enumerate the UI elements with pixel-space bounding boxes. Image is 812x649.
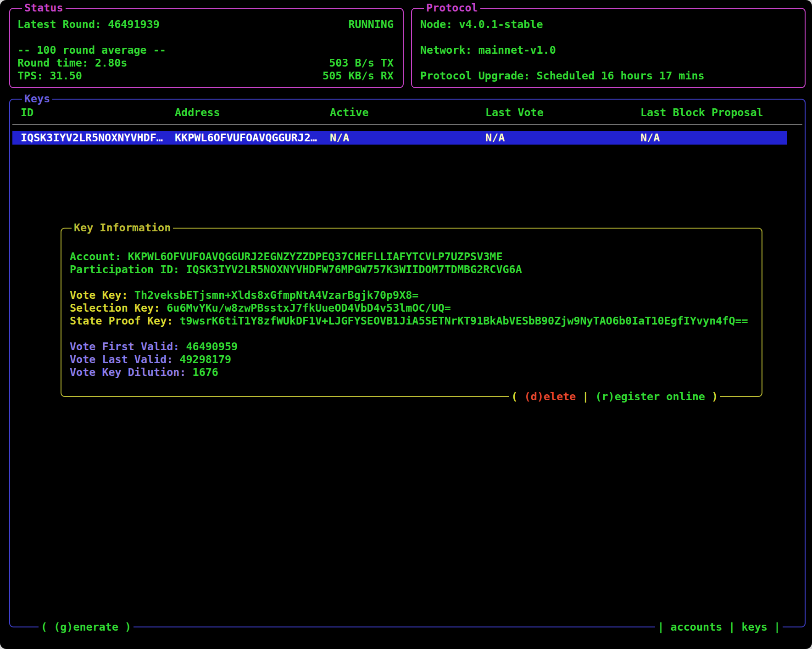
- state-proof-key-line: State Proof Key: t9wsrK6tiT1Y8zfWUkDF1V+…: [70, 314, 748, 327]
- vote-key-value: Th2veksbETjsmn+Xlds8xGfmpNtA4VzarBgjk70p…: [134, 289, 419, 302]
- protocol-panel: Protocol Node: v4.0.1-stable Network: ma…: [411, 8, 806, 88]
- round-time: Round time: 2.80s: [17, 56, 127, 69]
- vote-last-valid-label: Vote Last Valid:: [70, 353, 179, 366]
- account-value: KKPWL6OFVUFOAVQGGURJ2EGNZYZZDPEQ37CHEFLL…: [128, 250, 503, 263]
- vote-key-line: Vote Key: Th2veksbETjsmn+Xlds8xGfmpNtA4V…: [70, 289, 418, 302]
- row-id: IQSK3IYV2LR5NOXNYVHDF…: [21, 131, 163, 145]
- participation-id-value: IQSK3IYV2LR5NOXNYVHDFW76MPGW757K3WIIDOM7…: [186, 263, 522, 276]
- vote-first-valid-label: Vote First Valid:: [70, 340, 186, 353]
- protocol-panel-title: Protocol: [424, 1, 480, 14]
- round-time-value: 2.80s: [95, 56, 127, 69]
- account-line: Account: KKPWL6OFVUFOAVQGGURJ2EGNZYZZDPE…: [70, 250, 503, 263]
- tps: TPS: 31.50: [17, 69, 82, 82]
- table-row-selected[interactable]: IQSK3IYV2LR5NOXNYVHDF… KKPWL6OFVUFOAVQGG…: [12, 131, 787, 145]
- round-average-header: -- 100 round average --: [17, 44, 166, 56]
- vote-key-dilution-line: Vote Key Dilution: 1676: [70, 366, 218, 379]
- round-time-label: Round time:: [17, 56, 95, 69]
- key-information-panel: Key Information Account: KKPWL6OFVUFOAVQ…: [61, 228, 762, 397]
- tps-label: TPS:: [17, 69, 50, 82]
- column-header-address: Address: [175, 106, 220, 119]
- row-address: KKPWL6OFVUFOAVQGGURJ2…: [175, 131, 317, 145]
- vote-key-dilution-label: Vote Key Dilution:: [70, 366, 193, 379]
- vote-first-valid-line: Vote First Valid: 46490959: [70, 340, 238, 353]
- footer-nav: | accounts | keys |: [655, 621, 783, 633]
- status-badge: RUNNING: [348, 18, 394, 31]
- vote-key-label: Vote Key:: [70, 289, 134, 302]
- state-proof-key-label: State Proof Key:: [70, 314, 179, 327]
- column-header-last-vote: Last Vote: [485, 106, 544, 119]
- status-panel: Status Latest Round: 46491939 RUNNING --…: [9, 8, 404, 88]
- state-proof-key-value: t9wsrK6tiT1Y8zfWUkDF1V+LJGFYSEOVB1JiA5SE…: [179, 314, 748, 327]
- vote-last-valid-line: Vote Last Valid: 49298179: [70, 353, 231, 366]
- vote-key-dilution-value: 1676: [193, 366, 218, 379]
- status-panel-title: Status: [22, 1, 66, 14]
- key-actions: ( (d)elete | (r)egister online ): [509, 390, 720, 403]
- column-header-last-block-proposal: Last Block Proposal: [640, 106, 763, 119]
- vote-first-valid-value: 46490959: [186, 340, 238, 353]
- participation-id-label: Participation ID:: [70, 263, 186, 276]
- network-name: Network: mainnet-v1.0: [420, 44, 556, 56]
- rx-rate: 505 KB/s RX: [323, 69, 394, 82]
- row-last-block-proposal: N/A: [640, 131, 660, 145]
- key-actions-open-paren: (: [511, 390, 524, 403]
- key-actions-separator: |: [576, 390, 595, 403]
- tps-value: 31.50: [50, 69, 82, 82]
- key-actions-close-paren: ): [705, 390, 718, 403]
- header-separator: [12, 124, 802, 125]
- nav-accounts[interactable]: | accounts: [657, 621, 729, 633]
- key-information-title: Key Information: [72, 221, 173, 234]
- account-label: Account:: [70, 250, 128, 263]
- register-online-action[interactable]: (r)egister online: [595, 390, 705, 403]
- keys-panel-title: Keys: [22, 92, 52, 105]
- column-header-active: Active: [330, 106, 369, 119]
- latest-round-label: Latest Round:: [17, 18, 108, 31]
- keys-panel: Keys ID Address Active Last Vote Last Bl…: [9, 99, 806, 627]
- tx-rate: 503 B/s TX: [329, 56, 394, 69]
- latest-round: Latest Round: 46491939: [17, 18, 160, 31]
- selection-key-line: Selection Key: 6u6MvYKu/w8zwPBsstxJ7fkUu…: [70, 302, 451, 314]
- generate-action[interactable]: ( (g)enerate ): [39, 621, 133, 633]
- row-active: N/A: [330, 131, 349, 145]
- participation-id-line: Participation ID: IQSK3IYV2LR5NOXNYVHDFW…: [70, 263, 522, 276]
- row-last-vote: N/A: [485, 131, 505, 145]
- terminal-window: Status Latest Round: 46491939 RUNNING --…: [0, 0, 812, 649]
- vote-last-valid-value: 49298179: [179, 353, 231, 366]
- delete-action[interactable]: (d)elete: [524, 390, 576, 403]
- selection-key-value: 6u6MvYKu/w8zwPBsstxJ7fkUueOD4VbD4v53lmOC…: [167, 302, 451, 314]
- latest-round-value: 46491939: [108, 18, 160, 31]
- selection-key-label: Selection Key:: [70, 302, 167, 314]
- nav-keys[interactable]: | keys |: [729, 621, 780, 633]
- column-header-id: ID: [21, 106, 33, 119]
- protocol-upgrade: Protocol Upgrade: Scheduled 16 hours 17 …: [420, 69, 705, 82]
- node-version: Node: v4.0.1-stable: [420, 18, 543, 31]
